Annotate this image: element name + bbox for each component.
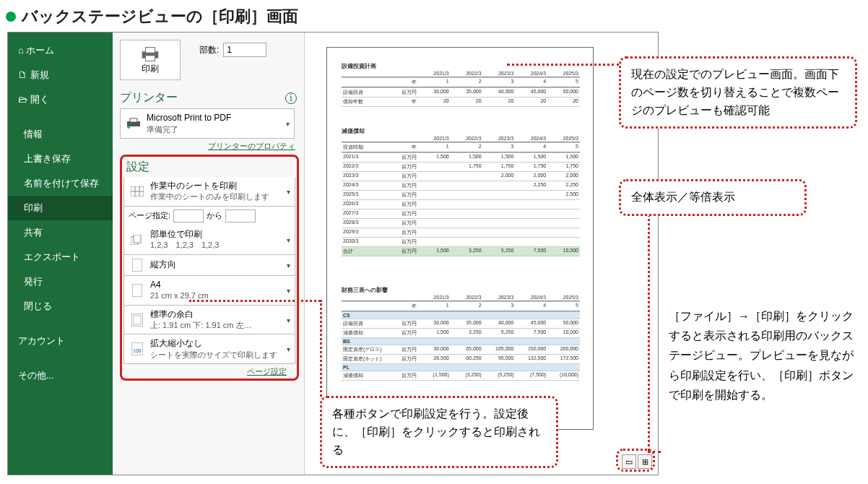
svg-rect-12 [132, 259, 142, 272]
grid-icon [129, 186, 146, 196]
sidebar-item-2[interactable]: 🗁 開く [8, 87, 113, 112]
preview-sheet: 設備投資計画2021/32022/32023/32024/32025/3年123… [326, 47, 594, 430]
sidebar-item-0[interactable]: ⌂ ホーム [8, 38, 113, 63]
svg-rect-4 [130, 118, 137, 122]
printer-properties-link[interactable]: プリンターのプロパティ [120, 141, 295, 152]
svg-rect-1 [145, 47, 155, 53]
sidebar-item-9[interactable]: 発行 [8, 269, 113, 294]
sidebar-item-11[interactable]: アカウント [8, 329, 113, 353]
bullet-icon [6, 12, 16, 22]
chevron-down-icon: ▾ [286, 119, 290, 127]
svg-rect-11 [134, 235, 141, 243]
scaling-dropdown[interactable]: 100 拡大縮小なしシートを実際のサイズで印刷します ▾ [123, 334, 295, 364]
copies-row: 部数: [199, 43, 266, 57]
description-text: ［ファイル］→［印刷］をクリックすると表示される印刷用のバックステージビュー。プ… [669, 306, 859, 405]
page-title: バックステージビューの［印刷］画面 [0, 0, 868, 30]
print-settings-pane: 印刷 部数: プリンター i Microsoft Print to PDF 準備… [113, 33, 304, 475]
sidebar-item-10[interactable]: 閉じる [8, 294, 113, 319]
printer-dropdown[interactable]: Microsoft Print to PDF 準備完了 ▾ [120, 108, 295, 139]
collate-dropdown[interactable]: 部単位で印刷1,2,3 1,2,3 1,2,3 ▾ [123, 225, 295, 255]
orientation-dropdown[interactable]: 縦方向 ▾ [123, 255, 295, 276]
print-what-dropdown[interactable]: 作業中のシートを印刷作業中のシートのみを印刷します ▾ [123, 177, 295, 207]
page-setup-link[interactable]: ページ設定 [123, 366, 287, 377]
sidebar-item-8[interactable]: エクスポート [8, 245, 113, 269]
svg-text:100: 100 [133, 348, 142, 353]
callout-settings: 各種ボタンで印刷設定を行う。設定後に、［印刷］をクリックすると印刷される [320, 396, 558, 468]
callout-preview: 現在の設定でのプレビュー画面。画面下のページ数を切り替えることで複数ページのプレ… [619, 56, 857, 129]
sidebar-item-3[interactable]: 情報 [8, 122, 113, 147]
copies-input[interactable] [223, 43, 266, 57]
sidebar-item-5[interactable]: 名前を付けて保存 [8, 171, 113, 196]
page-icon [129, 284, 146, 297]
margins-dropdown[interactable]: 標準の余白上: 1.91 cm 下: 1.91 cm 左… ▾ [123, 306, 295, 335]
printer-name: Microsoft Print to PDF [147, 113, 290, 124]
settings-box: 設定 作業中のシートを印刷作業中のシートのみを印刷します ▾ ページ指定: から… [120, 155, 299, 381]
collate-icon [129, 235, 146, 245]
settings-heading: 設定 [126, 160, 149, 175]
printer-status: 準備完了 [147, 124, 290, 134]
info-icon[interactable]: i [285, 92, 297, 104]
scale-icon: 100 [129, 342, 146, 355]
margins-icon [129, 314, 146, 327]
portrait-icon [129, 259, 146, 272]
sidebar-item-1[interactable]: 🗋 新規 [8, 63, 113, 87]
svg-point-5 [127, 126, 130, 129]
sidebar-item-4[interactable]: 上書き保存 [8, 147, 113, 171]
sidebar-item-6[interactable]: 印刷 [8, 196, 113, 220]
print-button-label: 印刷 [142, 63, 159, 75]
sidebar-item-12[interactable]: その他... [8, 363, 113, 388]
page-title-text: バックステージビューの［印刷］画面 [22, 6, 298, 27]
sidebar-item-7[interactable]: 共有 [8, 220, 113, 245]
page-range-row: ページ指定: から [123, 207, 295, 225]
svg-rect-13 [132, 284, 142, 297]
printer-heading: プリンター i [120, 90, 304, 105]
svg-rect-2 [145, 55, 155, 61]
printer-device-icon [125, 118, 142, 129]
page-to-input[interactable] [225, 209, 256, 222]
callout-zoom: 全体表示／等倍表示 [619, 179, 807, 216]
page-from-input[interactable] [173, 209, 204, 222]
copies-label: 部数: [199, 44, 219, 56]
printer-icon [139, 46, 161, 63]
sidebar: ⌂ ホーム🗋 新規🗁 開く情報上書き保存名前を付けて保存印刷共有エクスポート発行… [8, 33, 113, 475]
print-button[interactable]: 印刷 [120, 40, 181, 80]
